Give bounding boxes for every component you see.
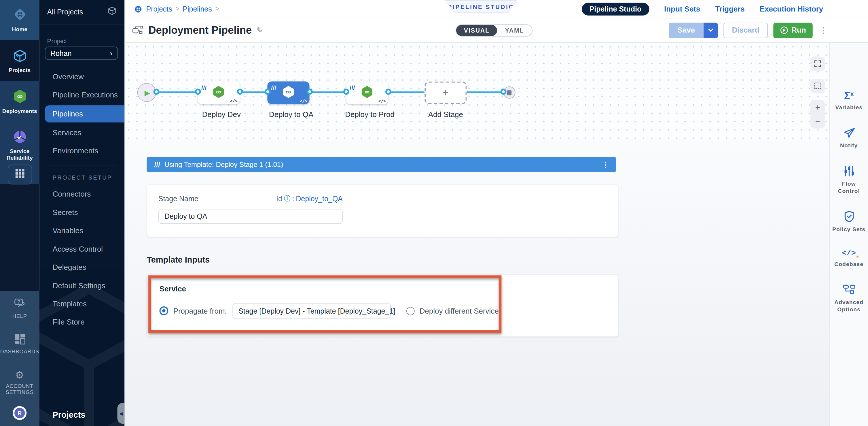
rail-item-account-settings[interactable]: ⚙ ACCOUNT SETTINGS bbox=[0, 369, 39, 395]
edit-pencil-icon[interactable]: ✎ bbox=[256, 25, 263, 35]
sidebar-item-access-control[interactable]: Access Control bbox=[39, 240, 124, 258]
pipeline-graph-icon bbox=[132, 25, 144, 35]
save-dropdown-button[interactable] bbox=[704, 23, 718, 38]
policy-sets-icon bbox=[843, 210, 855, 223]
sidebar-item-templates[interactable]: Templates bbox=[39, 295, 124, 313]
sidebar-item-pipeline-executions[interactable]: Pipeline Executions bbox=[39, 86, 124, 104]
toggle-visual[interactable]: VISUAL bbox=[456, 25, 497, 36]
service-card: Service Propagate from: Stage [Deploy De… bbox=[147, 274, 618, 337]
rail-item-dashboards[interactable]: DASHBOARDS bbox=[0, 334, 39, 355]
edge-port bbox=[343, 89, 349, 95]
breadcrumb-separator: > bbox=[175, 5, 179, 13]
sidebar-item-environments[interactable]: Environments bbox=[39, 142, 124, 160]
rail-item-notify[interactable]: Notify bbox=[831, 127, 867, 149]
deploy-different-service-label: Deploy different Service bbox=[420, 307, 499, 315]
save-button[interactable]: Save bbox=[669, 23, 704, 38]
using-template-text: Using Template: Deploy Stage 1 (1.01) bbox=[164, 161, 597, 168]
code-icon: </> bbox=[230, 99, 238, 104]
stage-id-value[interactable]: Deploy_to_QA bbox=[296, 195, 343, 203]
propagate-from-radio[interactable] bbox=[159, 306, 168, 315]
rail-item-deployments[interactable]: ∞ Deployments bbox=[0, 89, 39, 115]
add-stage-label[interactable]: Add Stage bbox=[404, 110, 487, 119]
sidebar-item-delegates[interactable]: Delegates bbox=[39, 258, 124, 276]
propagate-from-label: Propagate from: bbox=[174, 307, 227, 315]
rail-item-codebase[interactable]: </> ⚠ Codebase bbox=[831, 249, 867, 267]
svg-text:∞: ∞ bbox=[286, 87, 291, 95]
template-options-icon[interactable]: ⋮ bbox=[601, 160, 609, 169]
breadcrumb-projects[interactable]: Projects bbox=[146, 5, 172, 13]
sidebar-item-overview[interactable]: Overview bbox=[39, 68, 124, 86]
run-button[interactable]: Run bbox=[773, 23, 813, 38]
stage-label-deploy-to-prod[interactable]: Deploy to Prod bbox=[328, 110, 411, 119]
module-rail: Home Projects ∞ Deployments Service Reli… bbox=[0, 0, 39, 426]
run-play-icon bbox=[780, 26, 788, 34]
sidebar-item-default-settings[interactable]: Default Settings bbox=[39, 276, 124, 294]
tab-input-sets[interactable]: Input Sets bbox=[664, 5, 700, 13]
deploy-different-service-radio[interactable] bbox=[406, 307, 415, 315]
all-projects-cube-icon[interactable] bbox=[107, 6, 117, 18]
visual-yaml-toggle[interactable]: VISUAL YAML bbox=[456, 25, 532, 37]
deployments-icon: ∞ bbox=[12, 96, 27, 106]
service-heading: Service bbox=[159, 285, 606, 293]
header-actions: Save Discard Run ⋮ bbox=[669, 23, 868, 38]
rail-item-service-reliability[interactable]: Service Reliability bbox=[0, 130, 39, 162]
rail-item-variables[interactable]: Σx Variables bbox=[831, 90, 867, 111]
sidebar-item-services[interactable]: Services bbox=[39, 124, 124, 142]
stage-node-deploy-to-qa[interactable]: ∞ </> bbox=[267, 82, 309, 104]
edge-dev-qa bbox=[240, 91, 267, 93]
canvas-select-button[interactable] bbox=[810, 79, 825, 93]
stage-node-deploy-to-prod[interactable]: ∞ </> bbox=[346, 82, 388, 104]
sidebar-item-pipelines[interactable]: Pipelines bbox=[45, 105, 125, 122]
pipeline-canvas[interactable]: ▶ ∞ </> Deploy Dev bbox=[124, 42, 829, 140]
more-options-icon[interactable]: ⋮ bbox=[819, 25, 828, 35]
sidebar-menu: Overview Pipeline Executions Pipelines S… bbox=[39, 68, 124, 160]
rail-item-flow-control[interactable]: Flow Control bbox=[831, 165, 867, 195]
rail-item-advanced-options[interactable]: Advanced Options bbox=[831, 284, 867, 313]
stage-label-deploy-to-qa[interactable]: Deploy to QA bbox=[250, 110, 333, 119]
project-selector[interactable]: Rohan › bbox=[45, 47, 118, 60]
toggle-yaml[interactable]: YAML bbox=[497, 25, 532, 36]
all-projects-label[interactable]: All Projects bbox=[47, 8, 83, 16]
breadcrumb-pipelines[interactable]: Pipelines bbox=[183, 5, 212, 13]
rail-item-projects[interactable]: Projects bbox=[0, 49, 39, 74]
stage-node-deploy-dev[interactable]: ∞ </> bbox=[197, 82, 240, 104]
edge-port bbox=[265, 89, 271, 95]
play-icon: ▶ bbox=[145, 88, 150, 97]
sidebar-item-file-store[interactable]: File Store bbox=[39, 313, 124, 331]
sidebar-collapse-button[interactable]: ◀ bbox=[118, 403, 125, 424]
rail-item-home[interactable]: Home bbox=[0, 7, 39, 33]
zoom-out-button[interactable]: − bbox=[815, 117, 820, 126]
title-bar: Deployment Pipeline ✎ VISUAL YAML Save D… bbox=[124, 18, 868, 42]
tab-execution-history[interactable]: Execution History bbox=[760, 5, 824, 13]
chevron-down-icon bbox=[708, 28, 714, 32]
tab-triggers[interactable]: Triggers bbox=[715, 5, 744, 13]
tab-pipeline-studio[interactable]: Pipeline Studio bbox=[582, 3, 649, 16]
rail-item-all-modules[interactable] bbox=[0, 165, 39, 184]
add-stage-button[interactable]: + bbox=[425, 82, 467, 104]
propagate-stage-select[interactable]: Stage [Deploy Dev] - Template [Deploy_St… bbox=[232, 303, 391, 318]
propagate-stage-value: Stage [Deploy Dev] - Template [Deploy_St… bbox=[239, 307, 395, 315]
cd-stage-icon: ∞ bbox=[212, 85, 225, 101]
sidebar-item-secrets[interactable]: Secrets bbox=[39, 203, 124, 221]
info-icon[interactable]: ⓘ bbox=[284, 194, 290, 203]
zoom-in-button[interactable]: + bbox=[815, 103, 820, 111]
sidebar-item-connectors[interactable]: Connectors bbox=[39, 185, 124, 203]
chevron-right-icon: › bbox=[110, 49, 112, 57]
rail-item-policy-sets[interactable]: Policy Sets bbox=[831, 210, 867, 233]
edge-prod-add bbox=[388, 91, 425, 93]
sidebar-setup-menu: Connectors Secrets Variables Access Cont… bbox=[39, 185, 124, 331]
variables-label: Variables bbox=[835, 104, 863, 111]
save-split-button: Save bbox=[669, 23, 718, 38]
stage-name-input[interactable] bbox=[158, 209, 343, 224]
rail-item-help[interactable]: ? HELP bbox=[0, 298, 39, 319]
rail-deployments-label: Deployments bbox=[0, 108, 39, 115]
discard-button[interactable]: Discard bbox=[724, 23, 768, 38]
user-avatar[interactable]: R bbox=[0, 406, 39, 420]
flow-control-label: Flow Control bbox=[831, 180, 867, 195]
warning-icon: ⚠ bbox=[855, 254, 860, 259]
workspace: ▶ ∞ </> Deploy Dev bbox=[124, 42, 868, 426]
canvas-fullscreen-button[interactable] bbox=[810, 56, 825, 71]
sidebar-item-variables[interactable]: Variables bbox=[39, 222, 124, 240]
using-template-bar[interactable]: Using Template: Deploy Stage 1 (1.01) ⋮ bbox=[147, 157, 616, 172]
marquee-select-icon bbox=[814, 82, 822, 90]
